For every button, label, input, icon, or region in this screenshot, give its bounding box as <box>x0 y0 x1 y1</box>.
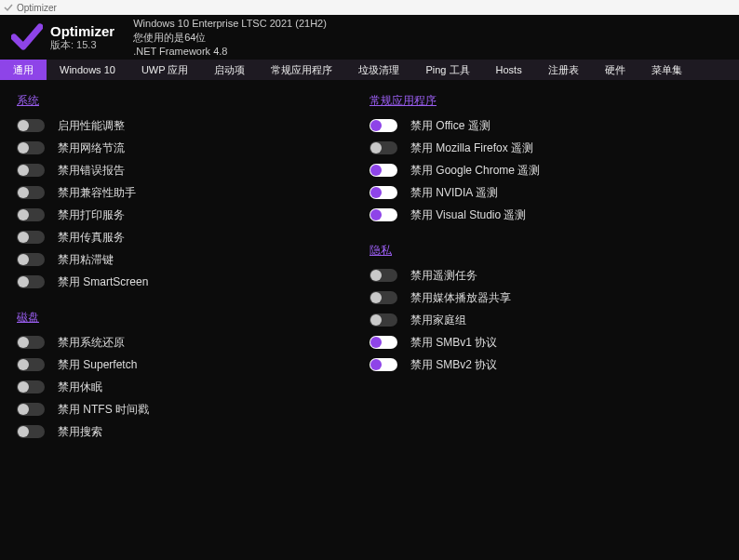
toggle-label: 禁用家庭组 <box>410 313 466 328</box>
toggle-label: 禁用兼容性助手 <box>58 185 136 201</box>
toggle-switch[interactable] <box>17 425 45 438</box>
toggle-row: 禁用 SmartScreen <box>17 271 370 293</box>
toggle-row: 禁用 Office 遥测 <box>370 114 722 137</box>
tab-6[interactable]: Ping 工具 <box>412 60 482 80</box>
tab-5[interactable]: 垃圾清理 <box>345 60 412 80</box>
tab-3[interactable]: 启动项 <box>201 60 258 80</box>
toggle-switch[interactable] <box>370 186 397 199</box>
toggle-row: 禁用系统还原 <box>17 331 370 353</box>
toggle-label: 禁用 NVIDIA 遥测 <box>410 185 498 201</box>
toggle-switch[interactable] <box>17 208 45 221</box>
toggle-knob <box>370 314 382 326</box>
toggle-switch[interactable] <box>17 403 45 416</box>
app-root: Optimizer 版本: 15.3 Windows 10 Enterprise… <box>0 15 739 560</box>
app-version: 版本: 15.3 <box>50 39 114 51</box>
toggle-label: 禁用错误报告 <box>58 163 125 179</box>
tab-4[interactable]: 常规应用程序 <box>258 60 345 80</box>
toggle-knob <box>18 404 29 415</box>
toggle-row: 禁用 NVIDIA 遥测 <box>370 181 722 204</box>
toggle-label: 禁用 Google Chrome 遥测 <box>410 163 540 179</box>
toggle-switch[interactable] <box>370 336 397 349</box>
tab-1[interactable]: Windows 10 <box>47 60 128 80</box>
section-title: 系统 <box>17 93 370 109</box>
toggle-label: 禁用 SmartScreen <box>58 274 148 290</box>
toggle-switch[interactable] <box>17 231 45 244</box>
toggle-switch[interactable] <box>370 208 397 221</box>
tab-bar: 通用Windows 10UWP 应用启动项常规应用程序垃圾清理Ping 工具Ho… <box>0 60 739 80</box>
toggle-switch[interactable] <box>370 269 397 282</box>
toggle-switch[interactable] <box>370 358 397 371</box>
tab-10[interactable]: 菜单集 <box>638 60 695 80</box>
toggle-knob <box>18 426 29 437</box>
toggle-label: 禁用 SMBv2 协议 <box>410 357 497 373</box>
toggle-switch[interactable] <box>17 253 45 266</box>
toggle-switch[interactable] <box>370 141 397 154</box>
window-title: Optimizer <box>17 3 57 13</box>
toggle-label: 禁用遥测任务 <box>410 268 477 284</box>
toggle-switch[interactable] <box>17 358 45 371</box>
section-title: 磁盘 <box>17 310 370 326</box>
toggle-knob <box>370 187 382 198</box>
toggle-label: 禁用 Office 遥测 <box>410 118 490 134</box>
section-title: 常规应用程序 <box>370 93 722 109</box>
toggle-row: 禁用粘滞键 <box>17 248 370 271</box>
toggle-switch[interactable] <box>370 119 397 132</box>
framework-line: .NET Framework 4.8 <box>133 45 327 59</box>
toggle-switch[interactable] <box>17 164 45 177</box>
toggle-row: 禁用遥测任务 <box>370 264 722 287</box>
toggle-row: 禁用 SMBv2 协议 <box>370 353 722 376</box>
toggle-label: 禁用传真服务 <box>58 230 125 246</box>
toggle-knob <box>370 292 382 303</box>
toggle-knob <box>18 254 29 265</box>
tab-9[interactable]: 硬件 <box>592 60 638 80</box>
tab-8[interactable]: 注册表 <box>535 60 592 80</box>
toggle-switch[interactable] <box>17 141 45 154</box>
section-title: 隐私 <box>370 243 722 259</box>
toggle-knob <box>18 276 29 287</box>
arch-line: 您使用的是64位 <box>133 31 327 45</box>
left-column: 系统启用性能调整禁用网络节流禁用错误报告禁用兼容性助手禁用打印服务禁用传真服务禁… <box>17 87 370 553</box>
toggle-label: 禁用 Superfetch <box>58 357 137 373</box>
toggle-knob <box>370 142 382 153</box>
toggle-row: 启用性能调整 <box>17 114 370 137</box>
toggle-row: 禁用 Visual Studio 遥测 <box>370 204 722 226</box>
toggle-row: 禁用传真服务 <box>17 226 370 248</box>
toggle-label: 启用性能调整 <box>58 118 125 134</box>
tab-7[interactable]: Hosts <box>483 60 535 80</box>
toggle-row: 禁用 Superfetch <box>17 353 370 376</box>
toggle-row: 禁用打印服务 <box>17 204 370 226</box>
toggle-switch[interactable] <box>370 291 397 304</box>
toggle-switch[interactable] <box>17 186 45 199</box>
toggle-switch[interactable] <box>17 380 45 393</box>
toggle-row: 禁用 SMBv1 协议 <box>370 331 722 353</box>
app-header: Optimizer 版本: 15.3 Windows 10 Enterprise… <box>0 15 739 60</box>
toggle-knob <box>370 359 382 370</box>
toggle-row: 禁用兼容性助手 <box>17 181 370 204</box>
toggle-knob <box>18 187 29 198</box>
toggle-label: 禁用网络节流 <box>58 140 125 156</box>
toggle-row: 禁用休眠 <box>17 376 370 398</box>
toggle-switch[interactable] <box>17 336 45 349</box>
toggle-label: 禁用粘滞键 <box>58 252 114 268</box>
toggle-knob <box>18 381 29 393</box>
tab-0[interactable]: 通用 <box>0 60 47 80</box>
toggle-label: 禁用搜索 <box>58 424 102 440</box>
title-check-icon <box>4 3 13 12</box>
app-name: Optimizer <box>50 24 114 39</box>
toggle-label: 禁用 Mozilla Firefox 遥测 <box>410 140 533 156</box>
toggle-label: 禁用休眠 <box>58 380 102 395</box>
toggle-switch[interactable] <box>370 164 397 177</box>
toggle-label: 禁用系统还原 <box>58 335 125 351</box>
toggle-knob <box>18 359 29 370</box>
toggle-row: 禁用 NTFS 时间戳 <box>17 398 370 420</box>
toggle-label: 禁用 SMBv1 协议 <box>410 335 497 351</box>
toggle-switch[interactable] <box>17 119 45 132</box>
toggle-row: 禁用 Mozilla Firefox 遥测 <box>370 137 722 159</box>
toggle-row: 禁用 Google Chrome 遥测 <box>370 159 722 181</box>
check-icon <box>11 21 43 53</box>
toggle-label: 禁用 Visual Studio 遥测 <box>410 207 527 223</box>
toggle-row: 禁用网络节流 <box>17 137 370 159</box>
toggle-switch[interactable] <box>17 275 45 288</box>
toggle-switch[interactable] <box>370 313 397 327</box>
tab-2[interactable]: UWP 应用 <box>128 60 202 80</box>
